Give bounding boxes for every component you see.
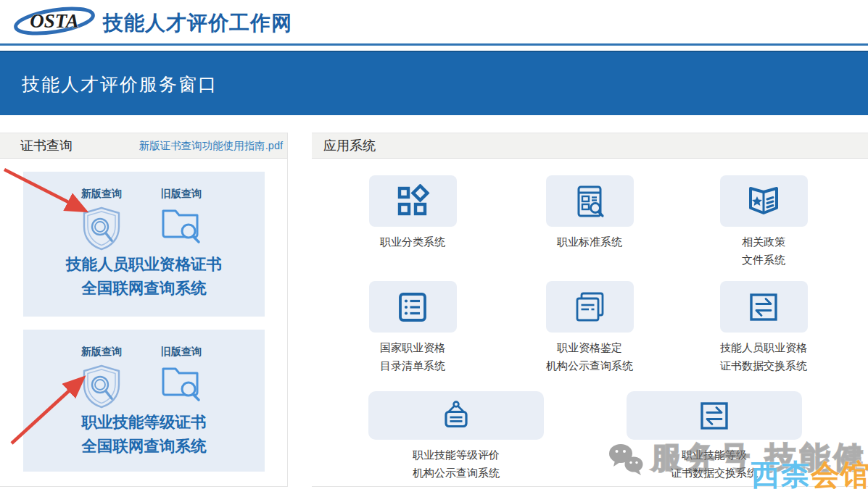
application-systems-panel: 应用系统 职业分类系统 [312, 133, 868, 487]
standard-icon [572, 184, 607, 219]
app-label-line2: 证书数据交换系统 [671, 464, 758, 482]
app-label-line1: 职业资格鉴定 [546, 338, 633, 356]
old-version-label[interactable]: 旧版查询 [141, 188, 221, 201]
app-skill-level-data-exchange[interactable]: 职业技能等级 证书数据交换系统 [620, 391, 809, 482]
app-tile[interactable] [546, 281, 634, 333]
app-label-line1: 技能人员职业资格 [720, 338, 807, 356]
page: OSTA 技能人才评价工作网 技能人才评价服务窗口 证书查询 新版证书查询功能使… [0, 0, 868, 489]
folder-search-icon[interactable] [141, 205, 221, 247]
certificate-panel-header: 证书查询 新版证书查询功能使用指南.pdf [0, 133, 287, 159]
app-occupation-classification[interactable]: 职业分类系统 [340, 175, 485, 251]
category-icon [395, 184, 430, 219]
board-icon [439, 398, 474, 433]
app-label-line2: 证书数据交换系统 [720, 356, 807, 375]
top-header: OSTA 技能人才评价工作网 [0, 0, 868, 43]
exchange-icon [746, 290, 781, 325]
app-tile[interactable] [720, 175, 808, 227]
appraisal-icon [571, 290, 608, 325]
apps-panel-header: 应用系统 [312, 133, 868, 159]
apps-panel-title: 应用系统 [323, 133, 868, 158]
app-qualification-data-exchange[interactable]: 技能人员职业资格 证书数据交换系统 [691, 281, 836, 375]
skill-level-cert-card[interactable]: 新版查询 旧版查询 职业技能等级证书 [23, 330, 265, 472]
new-version-label[interactable]: 新版查询 [62, 188, 141, 201]
app-label-line2: 文件系统 [742, 251, 785, 269]
card-title-line1: 职业技能等级证书 [23, 411, 265, 435]
card-title-line1: 技能人员职业资格证书 [23, 253, 265, 277]
site-title: 技能人才评价工作网 [103, 9, 292, 37]
app-label-line1: 相关政策 [742, 233, 785, 251]
app-label: 职业资格鉴定 机构公示查询系统 [546, 338, 633, 375]
folder-search-icon[interactable] [141, 363, 221, 405]
app-label-line1: 职业技能等级 [671, 446, 758, 464]
app-label: 技能人员职业资格 证书数据交换系统 [720, 338, 807, 375]
app-label: 相关政策 文件系统 [742, 233, 785, 269]
policy-icon [746, 184, 781, 219]
app-tile[interactable] [627, 391, 802, 440]
app-label: 职业标准系统 [557, 233, 622, 251]
app-tile[interactable] [369, 281, 457, 333]
app-tile[interactable] [720, 281, 808, 333]
card-title[interactable]: 职业技能等级证书 全国联网查询系统 [23, 411, 265, 459]
app-tile[interactable] [369, 175, 457, 227]
certificate-query-panel: 证书查询 新版证书查询功能使用指南.pdf 新版查询 旧版查询 [0, 133, 288, 487]
vocational-qualification-cert-card[interactable]: 新版查询 旧版查询 技能人员职业资格证书 [23, 172, 265, 317]
app-label: 职业技能等级 证书数据交换系统 [671, 446, 758, 482]
card-title-line2: 全国联网查询系统 [23, 277, 265, 301]
app-label-line2: 目录清单系统 [380, 356, 445, 375]
app-occupation-standard[interactable]: 职业标准系统 [517, 175, 662, 251]
app-label: 职业分类系统 [380, 233, 445, 251]
app-label-line1: 国家职业资格 [380, 338, 445, 356]
app-label: 国家职业资格 目录清单系统 [380, 338, 445, 375]
shield-search-icon[interactable] [62, 205, 141, 254]
app-appraisal-institution-query[interactable]: 职业资格鉴定 机构公示查询系统 [517, 281, 662, 375]
catalog-icon [395, 290, 430, 325]
new-version-label[interactable]: 新版查询 [62, 346, 141, 359]
app-label-line2: 机构公示查询系统 [413, 464, 500, 482]
banner-title: 技能人才评价服务窗口 [22, 72, 218, 96]
guide-pdf-link[interactable]: 新版证书查询功能使用指南.pdf [139, 133, 283, 159]
app-label-line2: 机构公示查询系统 [546, 356, 633, 375]
app-skill-level-evaluation-query[interactable]: 职业技能等级评价 机构公示查询系统 [362, 391, 550, 482]
osta-logo-icon: OSTA [12, 4, 97, 41]
app-policy-documents[interactable]: 相关政策 文件系统 [691, 175, 836, 269]
svg-text:OSTA: OSTA [30, 10, 79, 32]
service-banner: 技能人才评价服务窗口 [0, 51, 868, 115]
app-tile[interactable] [546, 175, 634, 227]
app-tile[interactable] [368, 391, 544, 440]
card-title[interactable]: 技能人员职业资格证书 全国联网查询系统 [23, 253, 265, 301]
shield-search-icon[interactable] [62, 363, 141, 412]
app-label-line1: 职业技能等级评价 [413, 446, 500, 464]
old-version-label[interactable]: 旧版查询 [141, 346, 221, 359]
app-qualification-catalog[interactable]: 国家职业资格 目录清单系统 [340, 281, 485, 375]
header-divider [0, 43, 868, 46]
exchange-icon [697, 398, 732, 433]
card-title-line2: 全国联网查询系统 [23, 435, 265, 459]
app-label: 职业技能等级评价 机构公示查询系统 [413, 446, 500, 482]
